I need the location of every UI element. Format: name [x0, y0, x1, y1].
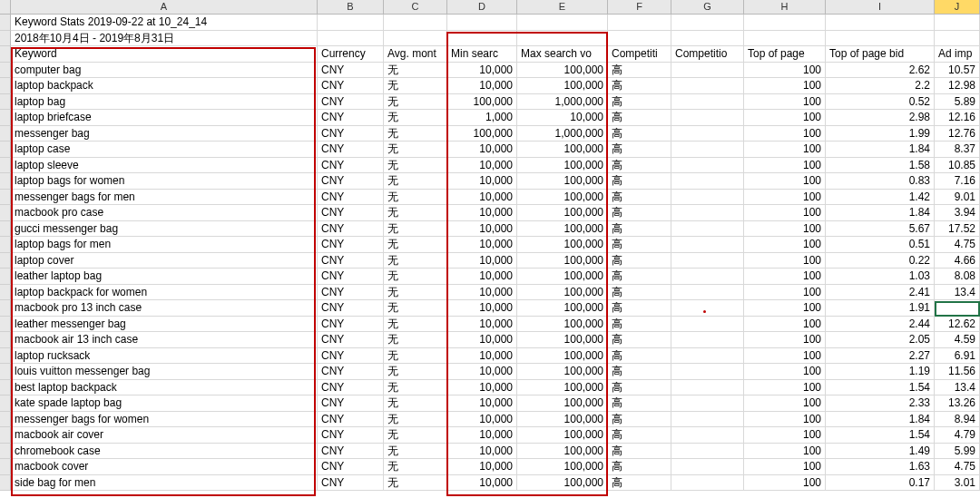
cell-min-search[interactable]: 10,000: [447, 63, 517, 79]
cell-max-search[interactable]: 100,000: [517, 332, 608, 348]
cell-top-page[interactable]: 100: [744, 300, 826, 317]
cell-competition[interactable]: 高: [608, 253, 671, 269]
cell-top-page-high[interactable]: 10.85: [935, 158, 980, 174]
cell-top-page-high[interactable]: 5.99: [935, 444, 980, 460]
cell-competition-idx[interactable]: [671, 173, 744, 190]
cell-currency[interactable]: CNY: [318, 317, 384, 333]
cell-currency[interactable]: CNY: [318, 412, 384, 428]
cell-min-search[interactable]: 10,000: [447, 300, 517, 317]
cell-avg[interactable]: 无: [384, 364, 447, 380]
cell-keyword[interactable]: chromebook case: [11, 444, 318, 460]
cell-min-search[interactable]: 10,000: [447, 237, 517, 253]
title-row-2[interactable]: 2018年10月4日 - 2019年8月31日: [11, 31, 318, 47]
cell-competition-idx[interactable]: [671, 300, 744, 317]
header-avg-month[interactable]: Avg. mont: [384, 46, 447, 63]
cell-top-page[interactable]: 100: [744, 253, 826, 269]
cell-keyword[interactable]: macbook pro case: [11, 205, 318, 221]
cell-competition-idx[interactable]: [671, 364, 744, 380]
cell-top-page-low[interactable]: 5.67: [826, 221, 935, 238]
col-header-B[interactable]: B: [318, 0, 384, 15]
cell-min-search[interactable]: 10,000: [447, 412, 517, 428]
cell-keyword[interactable]: kate spade laptop bag: [11, 395, 318, 412]
cell-min-search[interactable]: 10,000: [447, 459, 517, 475]
cell-max-search[interactable]: 100,000: [517, 205, 608, 221]
cell-max-search[interactable]: 100,000: [517, 459, 608, 475]
cell[interactable]: [517, 31, 608, 47]
corner-cell[interactable]: [0, 0, 11, 15]
cell-min-search[interactable]: 10,000: [447, 205, 517, 221]
cell-top-page-low[interactable]: 0.83: [826, 173, 935, 190]
col-header-A[interactable]: A: [11, 0, 318, 15]
cell-keyword[interactable]: laptop case: [11, 142, 318, 158]
cell-max-search[interactable]: 100,000: [517, 221, 608, 238]
cell-min-search[interactable]: 10,000: [447, 78, 517, 94]
cell-avg[interactable]: 无: [384, 412, 447, 428]
row-header[interactable]: [0, 31, 11, 47]
cell-top-page[interactable]: 100: [744, 459, 826, 475]
cell-competition-idx[interactable]: [671, 253, 744, 269]
cell-max-search[interactable]: 100,000: [517, 158, 608, 174]
cell-top-page-low[interactable]: 1.49: [826, 444, 935, 460]
cell-top-page-high[interactable]: 8.94: [935, 412, 980, 428]
row-header[interactable]: [0, 173, 11, 190]
header-currency[interactable]: Currency: [318, 46, 384, 63]
cell-min-search[interactable]: 10,000: [447, 142, 517, 158]
cell-top-page-low[interactable]: 2.33: [826, 395, 935, 412]
cell-top-page-low[interactable]: 1.54: [826, 380, 935, 396]
cell-currency[interactable]: CNY: [318, 427, 384, 444]
cell-top-page-high[interactable]: 12.16: [935, 110, 980, 126]
cell-competition-idx[interactable]: [671, 475, 744, 492]
cell-max-search[interactable]: 100,000: [517, 348, 608, 365]
cell-currency[interactable]: CNY: [318, 253, 384, 269]
spreadsheet-grid[interactable]: ABCDEFGHIJKeyword Stats 2019-09-22 at 10…: [0, 0, 980, 491]
cell-top-page-low[interactable]: 2.62: [826, 63, 935, 79]
cell[interactable]: [447, 31, 517, 47]
cell-competition-idx[interactable]: [671, 205, 744, 221]
cell-min-search[interactable]: 10,000: [447, 317, 517, 333]
cell-keyword[interactable]: laptop sleeve: [11, 158, 318, 174]
col-header-G[interactable]: G: [671, 0, 744, 15]
cell-keyword[interactable]: laptop cover: [11, 253, 318, 269]
cell-top-page-high[interactable]: 12.62: [935, 317, 980, 333]
cell-top-page-low[interactable]: 1.84: [826, 205, 935, 221]
cell-max-search[interactable]: 100,000: [517, 78, 608, 94]
cell-top-page[interactable]: 100: [744, 380, 826, 396]
cell-max-search[interactable]: 100,000: [517, 142, 608, 158]
row-header[interactable]: [0, 395, 11, 412]
cell-currency[interactable]: CNY: [318, 126, 384, 142]
row-header[interactable]: [0, 205, 11, 221]
row-header[interactable]: [0, 126, 11, 142]
row-header[interactable]: [0, 348, 11, 365]
cell-competition-idx[interactable]: [671, 190, 744, 206]
cell-avg[interactable]: 无: [384, 444, 447, 460]
cell-top-page[interactable]: 100: [744, 475, 826, 492]
cell-avg[interactable]: 无: [384, 459, 447, 475]
cell-top-page-low[interactable]: 0.22: [826, 253, 935, 269]
cell-top-page[interactable]: 100: [744, 332, 826, 348]
cell-max-search[interactable]: 10,000: [517, 110, 608, 126]
cell-avg[interactable]: 无: [384, 78, 447, 94]
cell-top-page-low[interactable]: 1.42: [826, 190, 935, 206]
cell-top-page[interactable]: 100: [744, 78, 826, 94]
row-header[interactable]: [0, 317, 11, 333]
cell-keyword[interactable]: laptop bags for men: [11, 237, 318, 253]
cell-top-page[interactable]: 100: [744, 221, 826, 238]
cell-currency[interactable]: CNY: [318, 285, 384, 301]
row-header[interactable]: [0, 158, 11, 174]
cell-competition-idx[interactable]: [671, 94, 744, 111]
cell-keyword[interactable]: laptop bags for women: [11, 173, 318, 190]
cell-competition-idx[interactable]: [671, 126, 744, 142]
cell-top-page-high[interactable]: 4.75: [935, 237, 980, 253]
row-header[interactable]: [0, 380, 11, 396]
cell-currency[interactable]: CNY: [318, 300, 384, 317]
cell-top-page[interactable]: 100: [744, 364, 826, 380]
header-competition[interactable]: Competiti: [608, 46, 671, 63]
cell-competition-idx[interactable]: [671, 444, 744, 460]
cell-top-page-high[interactable]: 3.01: [935, 475, 980, 492]
col-header-H[interactable]: H: [744, 0, 826, 15]
header-ad-imp[interactable]: Ad imp: [935, 46, 980, 63]
cell-competition-idx[interactable]: [671, 317, 744, 333]
cell-competition[interactable]: 高: [608, 269, 671, 285]
cell-top-page[interactable]: 100: [744, 158, 826, 174]
cell-top-page-high[interactable]: 6.91: [935, 348, 980, 365]
